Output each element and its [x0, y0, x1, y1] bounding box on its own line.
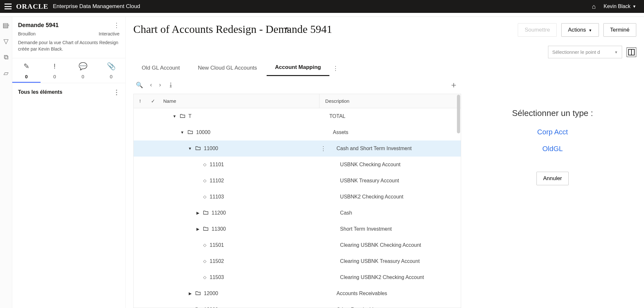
node-description: Clearing USBNK Checking Account	[334, 242, 461, 248]
table-row[interactable]: ▶11300Short Term Investment	[134, 221, 461, 237]
stat-tab-edit[interactable]: ✎ 0	[12, 62, 41, 83]
home-icon[interactable]: ⌂	[589, 3, 599, 10]
col-check-icon: ✓	[147, 98, 159, 104]
tree-table: ! ✓ Name Description ▼TTOTAL▼10000Assets…	[133, 94, 461, 308]
col-status-icon: !	[134, 98, 147, 104]
node-name: 10000	[196, 130, 211, 135]
table-row[interactable]: ◇11501Clearing USBNK Checking Account	[134, 237, 461, 253]
next-icon[interactable]: ›	[159, 82, 161, 88]
request-status: Brouillon	[18, 31, 35, 36]
node-description: USBNK Treasury Account	[334, 178, 461, 184]
expand-icon[interactable]: ▼	[172, 114, 177, 119]
folder-icon	[195, 291, 201, 296]
col-desc: Description	[325, 98, 349, 104]
type-link-oldgl[interactable]: OldGL	[542, 145, 563, 153]
tab-new-cloud-gl-accounts[interactable]: New Cloud GL Accounts	[189, 61, 265, 76]
folder-icon	[203, 210, 208, 216]
search-icon[interactable]: 🔍	[136, 82, 143, 89]
row-menu-icon[interactable]	[320, 145, 326, 152]
stat-tab-attach[interactable]: 📎 0	[97, 62, 125, 83]
col-name: Name	[159, 98, 319, 104]
expand-icon[interactable]: ▶	[188, 291, 192, 296]
chevron-down-icon: ▼	[614, 50, 618, 54]
table-row[interactable]: ▼TTOTAL	[134, 108, 461, 124]
table-row[interactable]: ▶11200Cash	[134, 205, 461, 221]
request-stat-tabs: ✎ 0 ! 0 💬 0 📎 0	[12, 58, 125, 83]
table-row[interactable]: ▶13000Other Receivables	[134, 302, 461, 308]
folder-icon	[195, 307, 201, 308]
layout-columns-icon[interactable]	[627, 47, 636, 57]
expand-icon[interactable]: ▼	[180, 130, 185, 135]
leaf-icon: ◇	[203, 162, 206, 167]
expand-icon[interactable]: ▶	[195, 227, 200, 231]
cancel-button[interactable]: Annuler	[536, 172, 569, 185]
add-icon[interactable]: ＋	[450, 79, 458, 91]
done-button[interactable]: Terminé	[603, 23, 636, 37]
prev-icon[interactable]: ‹	[150, 82, 152, 88]
type-selector-title: Sélectionner un type :	[512, 108, 593, 118]
download-icon[interactable]: ⭳	[168, 82, 174, 88]
scrollbar[interactable]	[457, 95, 460, 133]
rail-compare-icon[interactable]: ⧉	[4, 53, 8, 61]
stat-tab-warn[interactable]: ! 0	[41, 62, 69, 83]
node-name: 11102	[210, 178, 224, 184]
folder-icon	[180, 113, 185, 119]
rail-apps-icon[interactable]: ▱	[4, 69, 8, 77]
menu-icon[interactable]	[5, 4, 12, 9]
table-row[interactable]: ◇11502Clearing USBNK Treasury Account	[134, 253, 461, 269]
request-description: Demande pour la vue Chart of Accounts Re…	[12, 40, 125, 58]
all-elements-row[interactable]: Tous les éléments	[12, 83, 125, 101]
leaf-icon: ◇	[203, 243, 206, 247]
request-title: Demande 5941	[18, 22, 59, 29]
type-link-corp-acct[interactable]: Corp Acct	[537, 128, 568, 136]
edit-icon: ✎	[24, 62, 29, 71]
rail-list-icon[interactable]: ▤‹	[3, 21, 9, 29]
expand-icon[interactable]: ▼	[188, 146, 192, 151]
table-row[interactable]: ▼11000Cash and Short Term Investment	[134, 140, 461, 157]
table-row[interactable]: ◇11102USBNK Treasury Account	[134, 173, 461, 189]
all-elements-menu-icon[interactable]	[113, 89, 119, 95]
node-description: Other Receivables	[331, 307, 461, 308]
node-name: 11501	[210, 242, 224, 248]
request-menu-icon[interactable]	[113, 22, 119, 28]
node-description: USBNK2 Checking Account	[334, 194, 461, 200]
actions-button[interactable]: Actions▼	[561, 23, 599, 37]
table-row[interactable]: ◇11103USBNK2 Checking Account	[134, 189, 461, 205]
product-name: Enterprise Data Management Cloud	[53, 3, 140, 10]
table-row[interactable]: ◇11503Clearing USBNK2 Checking Account	[134, 269, 461, 285]
expand-icon[interactable]: ▶	[195, 211, 200, 215]
leaf-icon: ◇	[203, 259, 206, 264]
folder-icon	[195, 146, 201, 151]
all-elements-label: Tous les éléments	[18, 89, 62, 95]
user-menu[interactable]: Kevin Black ▼	[604, 4, 639, 9]
node-name: 12000	[204, 291, 218, 296]
tabs-menu-icon[interactable]	[331, 65, 340, 72]
node-description: USBNK Checking Account	[334, 162, 461, 168]
table-row[interactable]: ▼10000Assets	[134, 124, 461, 140]
type-selector-panel: Sélectionner un type : Corp AcctOldGL An…	[469, 76, 636, 308]
chevron-down-icon: ▼	[632, 4, 636, 9]
node-description: Assets	[327, 130, 461, 135]
stat-warn-count: 0	[53, 74, 56, 82]
pov-select[interactable]: Sélectionner le point d ▼	[548, 46, 622, 58]
action-buttons: Soumettre Actions▼ Terminé	[518, 23, 636, 37]
table-row[interactable]: ◇11101USBNK Checking Account	[134, 157, 461, 173]
tab-old-gl-account[interactable]: Old GL Account	[133, 61, 188, 76]
table-row[interactable]: ▶12000Accounts Receivables	[134, 285, 461, 302]
stat-attach-count: 0	[110, 74, 112, 82]
divider-strip	[0, 13, 644, 17]
node-description: Cash and Short Term Investment	[331, 146, 461, 151]
leaf-icon: ◇	[203, 194, 206, 199]
table-toolbar: 🔍 ‹ › ⭳ ＋	[133, 76, 461, 94]
table-body: ▼TTOTAL▼10000Assets▼11000Cash and Short …	[134, 108, 461, 308]
rail-filter-icon[interactable]: ▽	[4, 37, 8, 45]
tab-account-mapping[interactable]: Account Mapping	[267, 60, 329, 76]
node-description: Accounts Receivables	[331, 291, 461, 296]
global-header: ORACLE Enterprise Data Management Cloud …	[0, 0, 644, 13]
warn-icon: !	[54, 62, 56, 71]
node-name: 13000	[204, 307, 218, 308]
pov-placeholder: Sélectionner le point d	[552, 49, 600, 55]
submit-button[interactable]: Soumettre	[518, 23, 556, 37]
stat-tab-comment[interactable]: 💬 0	[69, 62, 97, 83]
page-title: Chart of Accounts Redesign - Demande 594…	[133, 23, 332, 35]
